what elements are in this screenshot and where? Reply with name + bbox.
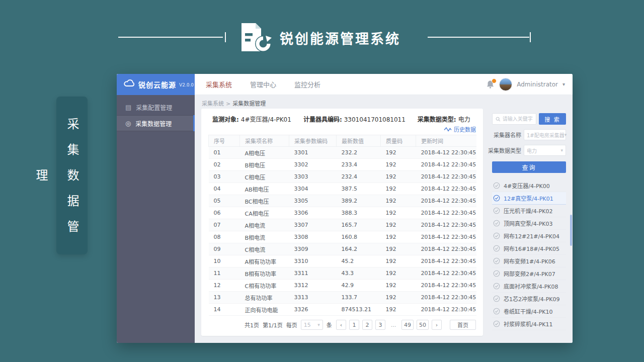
check-circle-icon	[493, 320, 500, 327]
cell-quality-code: 192	[381, 255, 416, 267]
table-header-cell: 质量码	[381, 135, 416, 147]
check-circle-icon	[493, 295, 500, 302]
cell-param-code: 3307	[289, 219, 337, 231]
breadcrumb-current: 采集数据管理	[232, 101, 266, 107]
cell-param-code: 3305	[289, 195, 337, 207]
page-button[interactable]: ‹	[336, 320, 346, 330]
chevron-down-icon: ▾	[565, 132, 567, 137]
info-field: 监测对象:4#变压器/4-PK01	[212, 115, 291, 123]
device-list-item[interactable]: 网部变频2#/4-PK07	[492, 267, 566, 280]
device-list-item[interactable]: 4#变压器/4-PK00	[492, 179, 566, 192]
device-list-item[interactable]: 芯1芯2冲浆泵/4-PK09	[492, 293, 566, 305]
nav-tab[interactable]: 采集系统	[206, 79, 232, 89]
breadcrumb-parent[interactable]: 采集系统	[202, 101, 224, 107]
device-name: 底面衬冲浆泵/4-PK08	[504, 282, 558, 290]
device-list-item[interactable]: 底面衬冲浆泵/4-PK08	[492, 280, 566, 293]
nav-tab[interactable]: 管理中心	[250, 79, 276, 89]
cell-index: 10	[209, 255, 240, 267]
first-page-button[interactable]: 首页	[450, 320, 476, 330]
cell-update-time: 2018-4-12 22:30:45	[416, 304, 476, 316]
cell-item-name: B相电流	[240, 231, 289, 243]
cell-item-name: C相电流	[240, 243, 289, 255]
cell-latest-value: 164.2	[337, 243, 381, 255]
table-header-cell: 更新时间	[416, 135, 476, 147]
cell-index: 03	[209, 171, 240, 183]
table-row: 01 A相电压 3301 232.2 192 2018-4-12 22:30:4…	[209, 147, 476, 159]
cell-index: 12	[209, 280, 240, 292]
cell-latest-value: 232.2	[337, 147, 381, 159]
page-button[interactable]: ...	[388, 320, 398, 330]
device-list-item[interactable]: 压光机干燥/4-PK02	[492, 205, 566, 217]
cell-index: 09	[209, 243, 240, 255]
device-name: 卷纸缸干燥/4-PK10	[504, 307, 553, 315]
table-header-row: 序号采集项名称采集参数编码最新数值质量码更新时间	[209, 135, 476, 147]
filter-panel: 搜 索 采集器名称 1#配电房采集器 ▾	[492, 113, 566, 330]
search-input[interactable]	[503, 116, 533, 122]
check-circle-icon	[493, 270, 500, 277]
table-row: 10 A相有功功率 3310 45.2 192 2018-4-12 22:30:…	[209, 255, 476, 267]
pagination-summary: 共1页 第1/1页 每页 15 ▾ 条	[245, 320, 332, 330]
cell-quality-code: 192	[381, 171, 416, 183]
device-list-item[interactable]: 12#真空泵/4-PK01	[492, 192, 566, 205]
cell-item-name: A相电流	[240, 219, 289, 231]
check-circle-icon	[493, 220, 500, 227]
page-title: 锐创能源管理系统	[280, 28, 400, 48]
page-button[interactable]: 49	[401, 320, 414, 330]
filter-select-value: 电力	[527, 147, 537, 154]
pager: ‹123...4950›	[336, 320, 442, 330]
device-list-item[interactable]: 顶网真空泵/4-PK03	[492, 217, 566, 230]
check-circle-icon	[493, 232, 500, 239]
cell-quality-code: 192	[381, 147, 416, 159]
cell-param-code: 3308	[289, 231, 337, 243]
notification-bell-icon[interactable]	[487, 80, 495, 89]
page-size-select[interactable]: 15 ▾	[301, 320, 323, 330]
nav-tab[interactable]: 监控分析	[294, 79, 320, 89]
cell-latest-value: 874513.21	[337, 304, 381, 316]
filter-select[interactable]: 电力 ▾	[524, 145, 566, 156]
page-button[interactable]: 3	[375, 320, 385, 330]
device-list-item[interactable]: 卷纸缸干燥/4-PK10	[492, 305, 566, 318]
search-box[interactable]	[492, 113, 536, 125]
cell-param-code: 3306	[289, 207, 337, 219]
cell-item-name: 正向有功电能	[240, 304, 289, 316]
query-button[interactable]: 查询	[492, 161, 566, 173]
device-list-item[interactable]: 网布12#21#/4-PK04	[492, 230, 566, 242]
cell-latest-value: 133.7	[337, 292, 381, 304]
cell-quality-code: 192	[381, 267, 416, 280]
device-list-item[interactable]: 衬浆碎浆机/4-PK11	[492, 318, 566, 330]
sidebar-item[interactable]: ▤ 采集配置管理	[117, 99, 195, 115]
window-body: ▤ 采集配置管理 ◎ 采集数据管理 采集系统>采集数据管理	[117, 95, 573, 343]
data-card: 监测对象:4#变压器/4-PK01 计量器具编码:330104170108101…	[201, 109, 483, 336]
history-data-link[interactable]: 历史数据	[444, 125, 476, 133]
device-name: 压光机干燥/4-PK02	[504, 207, 553, 215]
cell-latest-value: 233.4	[337, 159, 381, 171]
device-list-item[interactable]: 网布16#18#/4-PK05	[492, 242, 566, 255]
device-name: 顶网真空泵/4-PK03	[504, 219, 553, 227]
avatar[interactable]	[499, 78, 512, 91]
page-button[interactable]: 2	[362, 320, 372, 330]
info-field-label: 采集数据类型:	[418, 116, 456, 123]
check-circle-icon	[493, 245, 500, 252]
main-content: 采集系统>采集数据管理 监测对象:4#变压器/4-PK01 计量器具编码:330…	[195, 95, 573, 343]
cell-quality-code: 192	[381, 304, 416, 316]
table-row: 08 B相电流 3308 160.8 192 2018-4-12 22:30:4…	[209, 231, 476, 243]
cell-latest-value: 43.3	[337, 267, 381, 280]
page-button[interactable]: 50	[417, 320, 429, 330]
cell-update-time: 2018-4-12 22:30:45	[416, 280, 476, 292]
filter-select[interactable]: 1#配电房采集器 ▾	[524, 129, 566, 140]
sidebar-item[interactable]: ◎ 采集数据管理	[117, 115, 195, 131]
scrollbar-thumb[interactable]	[570, 215, 572, 246]
app-logo[interactable]: 锐创云能源 V2.0.0	[117, 74, 195, 95]
per-page-label: 每页	[286, 321, 297, 329]
chevron-down-icon[interactable]: ▾	[562, 81, 565, 87]
page-button[interactable]: 1	[349, 320, 359, 330]
breadcrumb-separator: >	[226, 101, 230, 107]
device-list-item[interactable]: 网布变频1#/4-PK06	[492, 255, 566, 267]
page-button[interactable]: ›	[432, 320, 442, 330]
username[interactable]: Administrator	[517, 81, 558, 88]
cell-param-code: 3326	[289, 304, 337, 316]
cell-index: 13	[209, 292, 240, 304]
search-button[interactable]: 搜 索	[539, 113, 566, 125]
collection-table: 序号采集项名称采集参数编码最新数值质量码更新时间 01 A相电压 3301 23…	[208, 135, 476, 316]
table-row: 05 BC相电压 3305 389.2 192 2018-4-12 22:30:…	[209, 195, 476, 207]
